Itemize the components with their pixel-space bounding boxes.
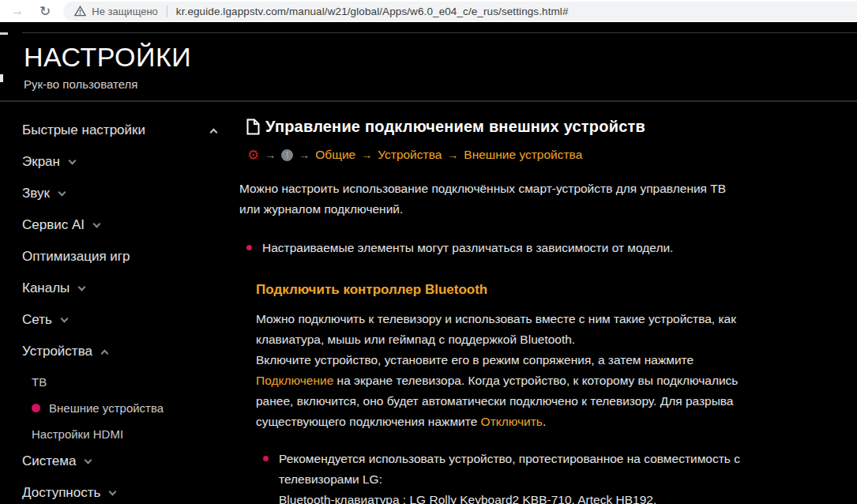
address-bar[interactable]: Не защищено kr.eguide.lgappstv.com/manua…: [63, 2, 857, 21]
breadcrumb-link[interactable]: Устройства: [378, 148, 442, 162]
header-topline: [22, 32, 857, 33]
warning-triangle-icon: [74, 6, 86, 17]
sidebar-item-devices[interactable]: Устройства: [22, 344, 221, 359]
all-settings-icon[interactable]: ⋮: [281, 149, 293, 161]
highlighted-term: Отключить: [481, 415, 543, 428]
note-bullet: Настраиваемые элементы могут различаться…: [239, 238, 825, 258]
left-edge-mark: [0, 74, 3, 82]
sidebar-item-label: Быстрые настройки: [22, 122, 145, 138]
sidebar-item-channels[interactable]: Каналы: [22, 280, 221, 296]
reload-icon[interactable]: ↻: [39, 5, 51, 18]
note-bullet: Рекомендуется использовать устройство, п…: [256, 449, 825, 504]
breadcrumb: ⚙→⋮→Общие→Устройства→Внешние устройства: [239, 148, 825, 162]
chevron-down-icon: [69, 156, 77, 164]
chevron-down-icon: [78, 283, 86, 291]
body-text: Можно настроить использование подключённ…: [239, 182, 726, 216]
breadcrumb-link[interactable]: Общие: [315, 148, 355, 162]
breadcrumb-arrow-icon: →: [265, 149, 276, 161]
breadcrumb-arrow-icon: →: [299, 149, 310, 161]
sidebar-nav: Быстрые настройкиЭкранЗвукСервис AIОптим…: [0, 102, 239, 504]
article-body: Можно настроить использование подключённ…: [239, 179, 825, 504]
section-heading: Подключить контроллер Bluetooth: [256, 282, 825, 298]
sidebar-item-label: ТВ: [32, 375, 47, 389]
body-text: Рекомендуется использовать устройство, п…: [279, 452, 740, 504]
sidebar-item-external-devices[interactable]: Внешние устройства: [22, 401, 239, 415]
dots-glyph: ⋮: [284, 152, 291, 159]
sidebar-item-game-optimizer[interactable]: Оптимизация игр: [22, 249, 221, 265]
gear-icon[interactable]: ⚙: [247, 149, 259, 162]
sidebar-item-label: Система: [22, 453, 76, 469]
manual-page: НАСТРОЙКИ Рук-во пользователя Быстрые на…: [0, 22, 857, 504]
sidebar-item-network[interactable]: Сеть: [22, 312, 221, 328]
document-icon: [246, 118, 260, 135]
sidebar-item-hdmi-settings[interactable]: Настройки HDMI: [22, 427, 239, 441]
sidebar-item-label: Звук: [22, 186, 50, 201]
paragraph: Можно настроить использование подключённ…: [239, 179, 825, 220]
sidebar-item-label: Каналы: [22, 280, 70, 296]
body-text: Настраиваемые элементы могут различаться…: [262, 241, 673, 254]
chevron-up-icon: [210, 128, 218, 136]
bullet-text: Настраиваемые элементы могут различаться…: [262, 238, 673, 258]
page-subtitle: Рук-во пользователя: [24, 77, 857, 91]
chevron-down-icon: [58, 188, 66, 196]
sidebar-item-label: Настройки HDMI: [32, 427, 123, 441]
page-header: НАСТРОЙКИ Рук-во пользователя: [0, 23, 857, 102]
omnibox-divider: [167, 6, 167, 17]
sidebar-item-label: Сеть: [22, 312, 52, 328]
article-title: Управление подключением внешних устройст…: [265, 118, 645, 136]
bullet-text: Рекомендуется использовать устройство, п…: [279, 449, 740, 504]
browser-toolbar: → ↻ Не защищено kr.eguide.lgappstv.com/m…: [0, 0, 857, 22]
breadcrumb-link[interactable]: Внешние устройства: [464, 148, 582, 162]
body-text: Можно подключить к телевизору и использо…: [256, 312, 736, 367]
chevron-down-icon: [85, 456, 92, 464]
sidebar-item-screen[interactable]: Экран: [22, 154, 221, 170]
sidebar-item-ai-service[interactable]: Сервис AI: [22, 217, 221, 233]
sidebar-item-label: Доступность: [22, 485, 100, 501]
url-text: kr.eguide.lgappstv.com/manual/w21/global…: [176, 6, 569, 17]
page-title: НАСТРОЙКИ: [24, 42, 857, 73]
body-text: .: [543, 415, 546, 428]
sidebar-item-label: Экран: [22, 154, 60, 170]
chevron-down-icon: [109, 487, 117, 495]
active-item-bullet: [32, 404, 40, 412]
left-edge-dash: [0, 32, 8, 35]
main-content: Управление подключением внешних устройст…: [239, 102, 857, 504]
bullet-dot-icon: [263, 456, 269, 461]
chevron-up-icon: [100, 349, 108, 357]
paragraph: Можно подключить к телевизору и использо…: [256, 309, 825, 432]
forward-icon[interactable]: →: [11, 5, 24, 17]
sidebar-item-tv[interactable]: ТВ: [22, 375, 239, 389]
bullet-dot-icon: [246, 245, 252, 250]
chevron-down-icon: [93, 220, 101, 228]
breadcrumb-arrow-icon: →: [447, 149, 458, 161]
sidebar-item-quick-settings[interactable]: Быстрые настройки: [22, 122, 221, 138]
breadcrumb-arrow-icon: →: [361, 149, 372, 161]
security-label: Не защищено: [92, 6, 158, 17]
sidebar-item-label: Сервис AI: [22, 217, 85, 233]
sidebar-item-label: Устройства: [22, 344, 92, 359]
highlighted-term: Подключение: [256, 374, 333, 387]
sidebar-item-sound[interactable]: Звук: [22, 186, 221, 201]
sidebar-item-accessibility[interactable]: Доступность: [22, 485, 221, 501]
sidebar-item-system[interactable]: Система: [22, 453, 221, 469]
chevron-down-icon: [60, 314, 68, 322]
sidebar-item-label: Внешние устройства: [49, 401, 164, 415]
sidebar-item-label: Оптимизация игр: [22, 249, 130, 265]
